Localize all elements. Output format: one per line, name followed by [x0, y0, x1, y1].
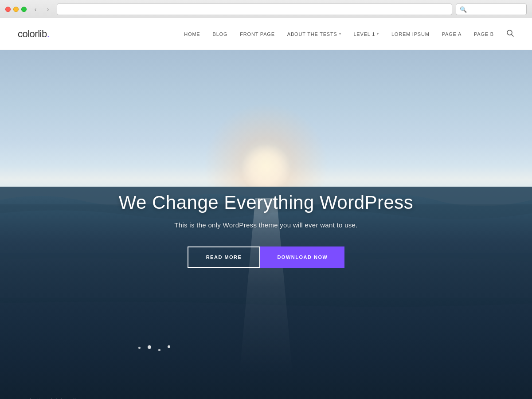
nav-page-a[interactable]: PAGE A [442, 31, 462, 37]
sparkle-1 [138, 347, 141, 349]
browser-titlebar: ‹ › 🔍 [0, 0, 532, 18]
nav-lorem-label: LOREM IPSUM [391, 31, 430, 37]
svg-line-1 [512, 34, 514, 36]
nav-level1-chevron: ▾ [377, 32, 379, 36]
nav-home[interactable]: HOME [184, 31, 200, 37]
nav-page-b-label: PAGE B [474, 31, 494, 37]
nav-search-button[interactable] [506, 29, 514, 39]
dot-minimize[interactable] [13, 7, 19, 12]
nav-blog-label: BLOG [213, 31, 228, 37]
nav-front-page-label: FRONT PAGE [240, 31, 275, 37]
site-logo[interactable]: colorlib. [18, 28, 49, 40]
dot-maximize[interactable] [21, 7, 27, 12]
nav-about-tests-chevron: ▾ [339, 32, 341, 36]
forward-button[interactable]: › [43, 5, 53, 14]
nav-level1-label: LEVEL 1 [353, 31, 375, 37]
hero-buttons: READ MORE DOWNLOAD NOW [119, 246, 414, 268]
browser-search-icon: 🔍 [460, 6, 467, 13]
logo-dot: . [47, 28, 50, 39]
browser-chrome: ‹ › 🔍 [0, 0, 532, 18]
hero-title: We Change Everything WordPress [119, 192, 414, 213]
nav-level1[interactable]: LEVEL 1 ▾ [353, 31, 379, 37]
nav-page-b[interactable]: PAGE B [474, 31, 494, 37]
site-nav: HOME BLOG FRONT PAGE ABOUT THE TESTS ▾ L… [184, 29, 514, 39]
nav-blog[interactable]: BLOG [213, 31, 228, 37]
hero-subtitle: This is the only WordPress theme you wil… [119, 221, 414, 229]
nav-lorem[interactable]: LOREM IPSUM [391, 31, 430, 37]
sparkle-2 [148, 345, 151, 349]
water-sparkles [138, 345, 170, 351]
nav-about-tests[interactable]: ABOUT THE TESTS ▾ [287, 31, 341, 37]
hero-content: We Change Everything WordPress This is t… [119, 192, 414, 268]
back-button[interactable]: ‹ [30, 5, 41, 14]
dot-close[interactable] [5, 7, 11, 12]
read-more-button[interactable]: READ MORE [188, 246, 261, 268]
nav-front-page[interactable]: FRONT PAGE [240, 31, 275, 37]
download-now-button[interactable]: DOWNLOAD NOW [260, 246, 344, 268]
browser-search-bar[interactable]: 🔍 [456, 4, 527, 15]
nav-page-a-label: PAGE A [442, 31, 462, 37]
address-bar[interactable] [57, 4, 452, 15]
browser-nav: ‹ › [30, 5, 53, 14]
browser-dots [5, 7, 27, 12]
sparkle-4 [168, 345, 170, 348]
nav-about-tests-label: ABOUT THE TESTS [287, 31, 337, 37]
nav-home-label: HOME [184, 31, 200, 37]
hero-section: We Change Everything WordPress This is t… [0, 50, 532, 399]
sparkle-3 [158, 349, 160, 351]
site-navbar: colorlib. HOME BLOG FRONT PAGE ABOUT THE… [0, 18, 532, 50]
